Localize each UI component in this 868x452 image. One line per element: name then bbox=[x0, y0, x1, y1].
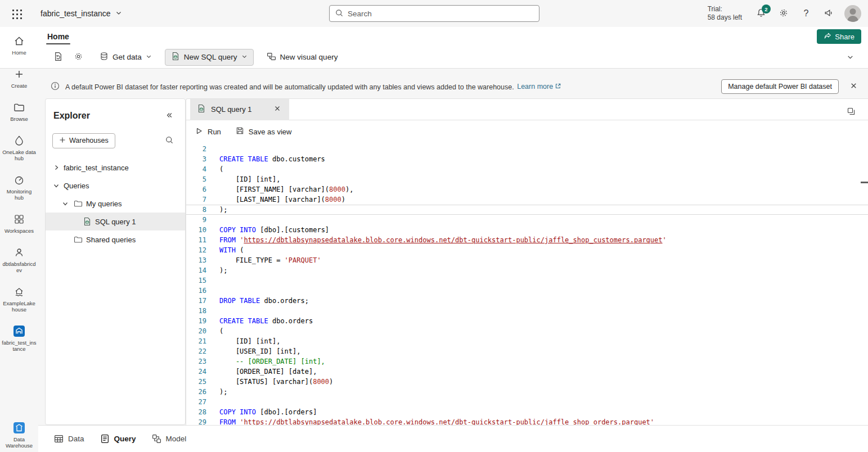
query-settings-button[interactable] bbox=[70, 49, 87, 66]
chevron-right-icon[interactable] bbox=[51, 162, 61, 173]
code-editor[interactable]: 23CREATE TABLE dbo.customers4(5 [ID] [in… bbox=[186, 143, 868, 425]
code-token: ( bbox=[219, 327, 223, 335]
rail-item-browse[interactable]: Browse bbox=[1, 101, 38, 122]
code-link[interactable]: https://dbtlabsynapsedatalake.blob.core.… bbox=[244, 418, 650, 425]
code-line[interactable]: 8); bbox=[186, 205, 868, 215]
share-icon bbox=[824, 32, 831, 42]
tab-close-button[interactable] bbox=[272, 105, 282, 115]
code-line[interactable]: 6 [FIRST_NAME] [varchar](8000), bbox=[186, 184, 868, 195]
run-button[interactable]: Run bbox=[195, 127, 221, 137]
code-line[interactable]: 23 -- [ORDER_DATE] [int], bbox=[186, 356, 868, 367]
chevron-down-icon[interactable] bbox=[60, 198, 70, 209]
tree-item-fabric-test-instance[interactable]: fabric_test_instance bbox=[46, 159, 185, 177]
line-number: 26 bbox=[186, 387, 206, 397]
tree-item-sql-query-1[interactable]: SQL query 1 bbox=[46, 213, 185, 230]
help-button[interactable]: ? bbox=[797, 4, 815, 22]
app-launcher-button[interactable] bbox=[7, 4, 26, 23]
code-line[interactable]: 27 bbox=[186, 397, 868, 407]
code-line[interactable]: 2 bbox=[186, 144, 868, 154]
share-button[interactable]: Share bbox=[817, 29, 861, 44]
code-link[interactable]: https://dbtlabsynapsedatalake.blob.core.… bbox=[244, 236, 662, 244]
save-as-view-button[interactable]: Save as view bbox=[236, 126, 292, 137]
code-token: ' bbox=[663, 236, 667, 244]
trial-label: Trial: bbox=[708, 5, 742, 13]
settings-button[interactable] bbox=[775, 4, 793, 22]
tree-item-queries[interactable]: Queries bbox=[46, 177, 185, 195]
line-number: 14 bbox=[186, 265, 206, 275]
code-line[interactable]: 5 [ID] [int], bbox=[186, 174, 868, 184]
code-line[interactable]: 10COPY INTO [dbo].[customers] bbox=[186, 225, 868, 235]
copy-button[interactable] bbox=[842, 103, 860, 121]
add-warehouses-button[interactable]: Warehouses bbox=[52, 133, 115, 148]
feedback-button[interactable] bbox=[820, 4, 838, 22]
search-input[interactable] bbox=[348, 10, 534, 18]
rail-item-fabric-test-instance[interactable]: fabric_test_instance bbox=[1, 325, 38, 352]
code-line[interactable]: 13 FILE_TYPE = 'PARQUET' bbox=[186, 255, 868, 265]
rail-item-workspaces[interactable]: Workspaces bbox=[1, 213, 38, 234]
ribbon-collapse-button[interactable] bbox=[841, 49, 859, 67]
code-line[interactable]: 18 bbox=[186, 306, 868, 316]
line-number: 2 bbox=[186, 144, 206, 154]
code-line[interactable]: 21 [ID] [int], bbox=[186, 336, 868, 346]
code-line[interactable]: 9 bbox=[186, 215, 868, 225]
code-line[interactable]: 16 bbox=[186, 286, 868, 296]
code-token: dbo.customers bbox=[268, 155, 325, 163]
code-line[interactable]: 12WITH ( bbox=[186, 245, 868, 255]
code-token: DROP TABLE bbox=[219, 297, 260, 305]
code-line[interactable]: 3CREATE TABLE dbo.customers bbox=[186, 154, 868, 164]
notifications-button[interactable]: 2 bbox=[752, 4, 770, 22]
bottom-tab-model[interactable]: Model bbox=[152, 434, 187, 444]
workspace-switcher[interactable]: fabric_test_instance bbox=[41, 9, 122, 18]
rail-item-dbtlabsfabricdev[interactable]: dbtlabsfabricdev bbox=[1, 246, 38, 273]
manage-default-dataset-button[interactable]: Manage default Power BI dataset bbox=[721, 79, 839, 94]
code-token: ' bbox=[650, 418, 654, 425]
bottom-tab-label: Data bbox=[68, 435, 84, 443]
rail-item-home[interactable]: Home bbox=[1, 35, 38, 56]
tree-item-shared-queries[interactable]: Shared queries bbox=[46, 230, 185, 248]
explorer-panel: Explorer Warehouses fabric_test_instance… bbox=[45, 98, 186, 425]
code-line[interactable]: 28COPY INTO [dbo].[orders] bbox=[186, 407, 868, 417]
refresh-button[interactable] bbox=[50, 49, 66, 66]
code-line[interactable]: 26); bbox=[186, 387, 868, 397]
code-line[interactable]: 25 [STATUS] [varchar](8000) bbox=[186, 377, 868, 387]
rail-item-data-warehouse[interactable]: Data Warehouse bbox=[1, 422, 38, 449]
code-line[interactable]: 4( bbox=[186, 164, 868, 174]
query-tab[interactable]: SQL query 1 bbox=[190, 99, 289, 120]
code-line[interactable]: 19CREATE TABLE dbo.orders bbox=[186, 316, 868, 326]
get-data-button[interactable]: Get data bbox=[93, 49, 158, 66]
code-token: CREATE TABLE bbox=[219, 317, 268, 325]
collapse-explorer-button[interactable] bbox=[160, 107, 178, 125]
explorer-search-button[interactable] bbox=[160, 132, 178, 150]
waffle-icon bbox=[11, 8, 22, 19]
new-sql-query-button[interactable]: New SQL query bbox=[165, 49, 254, 66]
double-chevron-left-icon bbox=[165, 111, 173, 121]
code-line[interactable]: 11FROM 'https://dbtlabsynapsedatalake.bl… bbox=[186, 235, 868, 245]
code-line[interactable]: 7 [LAST_NAME] [varchar](8000) bbox=[186, 195, 868, 205]
code-line[interactable]: 17DROP TABLE dbo.orders; bbox=[186, 296, 868, 306]
rail-item-monitoring-hub[interactable]: Monitoring hub bbox=[1, 174, 38, 201]
search-box[interactable] bbox=[329, 5, 539, 22]
rail-item-label: Home bbox=[12, 49, 26, 56]
code-line[interactable]: 22 [USER_ID] [int], bbox=[186, 346, 868, 356]
tree-item-my-queries[interactable]: My queries bbox=[46, 195, 185, 213]
chevron-down-icon[interactable] bbox=[51, 180, 61, 191]
banner-close-button[interactable] bbox=[844, 78, 862, 96]
tab-home[interactable]: Home bbox=[46, 28, 70, 45]
rail-item-examplelakehouse[interactable]: ExampleLakehouse bbox=[1, 286, 38, 313]
code-line[interactable]: 29FROM 'https://dbtlabsynapsedatalake.bl… bbox=[186, 417, 868, 425]
code-line[interactable]: 15 bbox=[186, 275, 868, 286]
chevron-spacer bbox=[60, 234, 70, 245]
new-visual-query-button[interactable]: New visual query bbox=[260, 49, 344, 66]
rail-item-onelake-data-hub[interactable]: OneLake data hub bbox=[1, 134, 38, 161]
bottom-tab-data[interactable]: Data bbox=[54, 434, 84, 444]
code-line[interactable]: 24 [ORDER_DATE] [date], bbox=[186, 367, 868, 377]
rail-item-create[interactable]: Create bbox=[1, 68, 38, 89]
learn-more-link[interactable]: Learn more bbox=[517, 83, 561, 91]
bottom-tab-query[interactable]: Query bbox=[100, 434, 136, 444]
account-avatar[interactable] bbox=[844, 5, 861, 22]
code-line[interactable]: 14); bbox=[186, 265, 868, 275]
code-line[interactable]: 20( bbox=[186, 326, 868, 336]
rail-item-label: ExampleLakehouse bbox=[2, 300, 37, 313]
run-label: Run bbox=[208, 128, 221, 136]
help-icon: ? bbox=[804, 8, 809, 19]
